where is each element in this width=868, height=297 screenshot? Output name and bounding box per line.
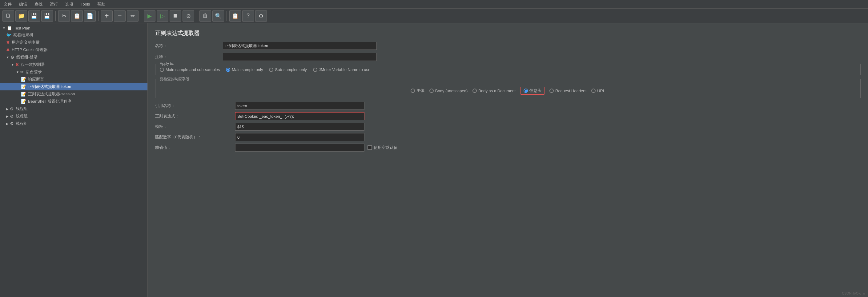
- sidebar-item-once-controller[interactable]: ▼ ✖ 仅一次控制器: [0, 61, 148, 68]
- sidebar-item-regex-session[interactable]: 📝 正则表达式提取器-session: [0, 90, 148, 98]
- menu-find[interactable]: 查找: [33, 1, 44, 8]
- regex-session-icon: 📝: [21, 92, 26, 97]
- use-empty-checkbox[interactable]: [368, 145, 372, 150]
- start-button[interactable]: ▶: [144, 10, 155, 22]
- sidebar-item-thread-group-4[interactable]: ▶ ⚙ 线程组: [0, 120, 148, 127]
- toolbar: 🗋 📁 💾 💾 ✂ 📋 📄 + − ✏ ▶ ▷ ⏹ ⊘ 🗑 �: [0, 9, 868, 23]
- shutdown-icon: ⊘: [186, 12, 191, 20]
- copy-button[interactable]: 📋: [71, 10, 83, 22]
- match-no-input[interactable]: [235, 133, 365, 141]
- comment-input[interactable]: [223, 53, 377, 61]
- paste-button[interactable]: 📄: [84, 10, 96, 22]
- main-layout: ▼ 📋 Test Plan 🐦 察看结果树 ✖ 用户定义的变量 ✖ HTTP C…: [0, 23, 868, 297]
- triangle-icon: ▼: [11, 63, 14, 66]
- sidebar-item-thread-group-login[interactable]: ▼ ⚙ 线程组-登录: [0, 54, 148, 61]
- panel-title: 正则表达式提取器: [155, 30, 861, 37]
- view-results-icon: 🐦: [6, 33, 11, 37]
- once-controller-icon: ✖: [16, 62, 19, 67]
- user-vars-icon: ✖: [6, 40, 10, 45]
- triangle-icon: ▼: [2, 27, 5, 30]
- clear-icon: 🗑: [203, 12, 208, 19]
- regex-input[interactable]: [235, 112, 365, 120]
- radio-info-head-circle: [524, 89, 528, 93]
- resp-body-as-doc[interactable]: Body as a Document: [472, 89, 516, 93]
- default-input[interactable]: [235, 143, 365, 152]
- content-panel: 正则表达式提取器 名称： 注释： Apply to: Main sample a…: [148, 23, 868, 297]
- regex-token-icon: 📝: [21, 84, 26, 89]
- sidebar-item-response-assert[interactable]: 📝 响应断言: [0, 76, 148, 83]
- http-cookie-icon: ✖: [6, 47, 10, 52]
- save-as-button[interactable]: 💾: [41, 10, 53, 22]
- sidebar-item-test-plan[interactable]: ▼ 📋 Test Plan: [0, 25, 148, 31]
- menubar: 文件 编辑 查找 运行 选项 Tools 帮助: [0, 0, 868, 9]
- start-no-pauses-button[interactable]: ▷: [157, 10, 168, 22]
- sidebar-item-view-results[interactable]: 🐦 察看结果树: [0, 31, 148, 39]
- apply-sub-only[interactable]: Sub-samples only: [269, 67, 307, 72]
- sidebar-item-user-vars[interactable]: ✖ 用户定义的变量: [0, 39, 148, 46]
- template-label: 模板：: [155, 124, 235, 129]
- resp-url[interactable]: URL: [591, 89, 605, 93]
- apply-jmeter-var[interactable]: JMeter Variable Name to use: [313, 67, 370, 72]
- radio-jmeter-var-circle: [313, 68, 317, 72]
- apply-main-sub[interactable]: Main sample and sub-samples: [160, 67, 220, 72]
- extra-icon: ⚙: [258, 12, 264, 20]
- name-row: 名称：: [155, 42, 861, 50]
- ref-name-input[interactable]: [235, 102, 365, 110]
- search-button[interactable]: 🔍: [212, 10, 224, 22]
- sidebar-item-bg-login[interactable]: ▼ ✏ 后台登录: [0, 68, 148, 76]
- sidebar-item-thread-group-3[interactable]: ▶ ⚙ 线程组: [0, 112, 148, 120]
- beanshell-icon: 📝: [21, 99, 26, 104]
- stop-button[interactable]: ⏹: [169, 10, 181, 22]
- use-empty-item[interactable]: 使用空默认值: [368, 145, 398, 150]
- menu-options[interactable]: 选项: [64, 1, 74, 8]
- resp-info-head[interactable]: 信息头: [521, 87, 545, 95]
- toolbar-sep-2: [98, 11, 98, 21]
- template-input[interactable]: [235, 123, 365, 131]
- apply-to-group: Apply to: Main sample and sub-samples Ma…: [155, 64, 861, 75]
- response-radio-row: 主体 Body (unescaped) Body as a Document 信…: [155, 79, 860, 98]
- help-button[interactable]: ?: [242, 10, 254, 22]
- thread-group-2-icon: ⚙: [10, 106, 14, 111]
- toolbar-sep-3: [141, 11, 141, 21]
- save-button[interactable]: 💾: [28, 10, 40, 22]
- edit-button[interactable]: ✏: [127, 10, 138, 22]
- resp-body[interactable]: 主体: [411, 88, 425, 94]
- menu-run[interactable]: 运行: [49, 1, 59, 8]
- clear-button[interactable]: 🗑: [199, 10, 211, 22]
- sidebar-item-thread-group-2[interactable]: ▶ ⚙ 线程组: [0, 105, 148, 112]
- bg-login-icon: ✏: [20, 69, 24, 74]
- resp-body-unescaped[interactable]: Body (unescaped): [429, 89, 468, 93]
- open-button[interactable]: 📁: [16, 10, 27, 22]
- sidebar-item-beanshell[interactable]: 📝 BeanShell 后置处理程序: [0, 98, 148, 105]
- name-input[interactable]: [223, 42, 377, 50]
- apply-to-radio-row: Main sample and sub-samples Main sample …: [160, 67, 856, 72]
- triangle-icon: ▼: [6, 56, 9, 59]
- toolbar-sep-1: [55, 11, 56, 21]
- match-no-label: 匹配数字（0代表随机）：: [155, 134, 235, 140]
- new-button[interactable]: 🗋: [2, 10, 14, 22]
- triangle-icon: ▼: [16, 70, 19, 74]
- thread-group-4-icon: ⚙: [10, 121, 14, 126]
- sidebar-item-regex-token[interactable]: 📝 正则表达式提取器-token: [0, 83, 148, 90]
- save-as-icon: 💾: [44, 12, 51, 20]
- apply-main-only[interactable]: Main sample only: [226, 67, 263, 72]
- triangle-icon: ▶: [6, 115, 9, 118]
- menu-help[interactable]: 帮助: [96, 1, 106, 8]
- menu-file[interactable]: 文件: [2, 1, 13, 8]
- cut-button[interactable]: ✂: [58, 10, 70, 22]
- resp-request-headers[interactable]: Request Headers: [550, 89, 586, 93]
- radio-body-doc-circle: [472, 89, 477, 93]
- radio-body-circle: [411, 89, 415, 93]
- edit-icon: ✏: [130, 12, 135, 20]
- ref-name-row: 引用名称：: [155, 102, 861, 110]
- shutdown-button[interactable]: ⊘: [183, 10, 194, 22]
- extra-button[interactable]: ⚙: [255, 10, 267, 22]
- menu-tools[interactable]: Tools: [80, 1, 91, 7]
- add-button[interactable]: +: [101, 10, 113, 22]
- stop-icon: ⏹: [173, 12, 178, 19]
- sidebar-item-http-cookie[interactable]: ✖ HTTP Cookie管理器: [0, 46, 148, 54]
- remove-button[interactable]: −: [114, 10, 126, 22]
- radio-main-sub-circle: [160, 68, 164, 72]
- menu-edit[interactable]: 编辑: [18, 1, 28, 8]
- list-button[interactable]: 📋: [229, 10, 241, 22]
